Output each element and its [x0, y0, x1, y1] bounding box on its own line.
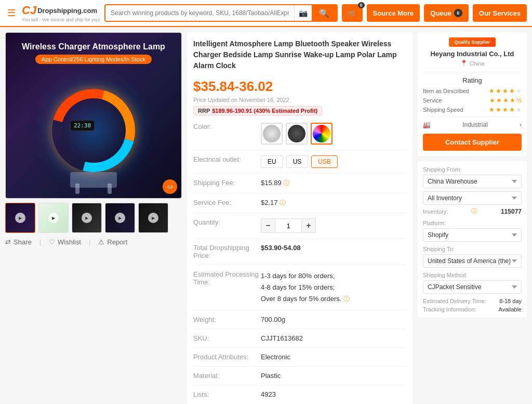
report-label: Report [107, 238, 127, 246]
lamp-illustration: 22:38 [42, 84, 145, 188]
svc-star-2: ★ [496, 97, 502, 104]
wishlist-button[interactable]: ♡ Wishlist [49, 238, 81, 246]
color-swatch-silver[interactable] [261, 123, 283, 145]
shipping-fee-row: Shipping Fee: $15.89 ⓘ [193, 179, 406, 193]
star-2: ★ [496, 87, 501, 95]
lamp-legs [75, 184, 112, 194]
supplier-card: Quality Supplier Heyang Industrial Co., … [418, 32, 527, 156]
quantity-row: Quantity: − + [193, 218, 406, 239]
cart-button[interactable]: 🛒 0 [342, 4, 363, 22]
rating-label-item-described: Item as Described [423, 88, 470, 94]
lists-value: 4923 [261, 390, 406, 398]
delivery-time-label: Estimated Delivery Time: [423, 298, 486, 304]
thumbnail-2[interactable]: ▶ [38, 203, 69, 233]
product-title: Intelligent Atmosphere Lamp Bluetooth Sp… [193, 38, 406, 71]
thumbnail-5[interactable]: ▶ [138, 203, 168, 233]
lamp-leg-right [108, 184, 112, 194]
separator-2: | [89, 238, 90, 246]
logo-drop: Dropshipping.com [37, 7, 97, 15]
swatch-silver-circle [263, 125, 281, 142]
quantity-decrease-button[interactable]: − [261, 218, 275, 233]
rating-row-item-described: Item as Described ★ ★ ★ ★ ★ [423, 87, 522, 95]
shipping-to-select[interactable]: United States of America (the) [423, 254, 522, 268]
delivery-time-row: Estimated Delivery Time: 8-18 day [423, 298, 522, 304]
shipping-method-select[interactable]: CJPacket Sensitive [423, 280, 522, 294]
supplier-name: Heyang Industrial Co., Ltd [423, 50, 522, 58]
camera-search-button[interactable]: 📷 [294, 5, 312, 21]
outlet-us[interactable]: US [286, 155, 309, 168]
quantity-controls: − + [261, 218, 406, 233]
play-icon-1: ▶ [15, 213, 25, 223]
source-more-button[interactable]: Source More [367, 4, 420, 22]
shipping-from-label: Shipping From: [423, 166, 522, 173]
service-fee-row: Service Fee: $2.17 ⓘ [193, 199, 406, 213]
processing-info-icon[interactable]: ⓘ [343, 295, 350, 303]
rrp-value: $189.96-190.91 (430% Estimated Profit) [212, 108, 317, 114]
product-detail: Intelligent Atmosphere Lamp Bluetooth Sp… [187, 32, 413, 404]
thumbnail-1[interactable]: ▶ [5, 203, 35, 233]
sku-row: SKU: CJJT1613682 [193, 334, 406, 348]
total-label: Total Dropshipping Price: [193, 244, 261, 259]
service-fee-info-icon[interactable]: ⓘ [280, 199, 286, 206]
inventory-info-icon[interactable]: ⓘ [471, 207, 477, 216]
svc-star-1: ★ [489, 97, 495, 104]
outlet-eu[interactable]: EU [261, 155, 283, 168]
attributes-row: Product Attributes: Electronic [193, 353, 406, 367]
stars-shipping: ★ ★ ★ ★ ★ [489, 106, 522, 113]
inventory-value: 115077 [501, 208, 522, 215]
material-value: Plastic [261, 372, 406, 380]
star-3: ★ [502, 87, 508, 95]
inventory-label: Inventory: [423, 208, 448, 215]
inventory-type-select[interactable]: All Inventory [423, 191, 522, 205]
quantity-input[interactable] [275, 218, 301, 233]
share-button[interactable]: ⇄ Share [5, 238, 32, 246]
our-services-button[interactable]: Our Services [473, 4, 527, 22]
menu-icon[interactable]: ☰ [5, 5, 18, 21]
color-swatch-dark[interactable] [286, 123, 308, 145]
svc-star-4: ★ [510, 97, 515, 104]
svc-star-3: ★ [503, 97, 509, 104]
thumbnail-4[interactable]: ▶ [105, 203, 135, 233]
color-value [261, 123, 406, 145]
report-button[interactable]: ⚠ Report [98, 238, 127, 246]
shp-star-3: ★ [502, 106, 508, 113]
contact-supplier-button[interactable]: Contact Supplier [423, 134, 522, 151]
lamp-leg-left [75, 184, 79, 194]
weight-value: 700.00g [261, 316, 406, 323]
play-icon-2: ▶ [48, 213, 59, 223]
attributes-label: Product Attributes: [193, 353, 261, 361]
industry-tag[interactable]: 🏭 Industrial › [423, 116, 522, 128]
quantity-label: Quantity: [193, 218, 261, 226]
color-swatch-rainbow[interactable] [311, 123, 332, 145]
location-text: China [470, 60, 485, 67]
queue-button[interactable]: Queue 0 [424, 4, 468, 22]
search-input[interactable] [105, 5, 294, 21]
weight-label: Weight: [193, 316, 261, 323]
shipping-from-select[interactable]: China Warehouse [423, 175, 522, 188]
main-content: Wireless Charger Atmosphere Lamp App Con… [0, 27, 532, 404]
swatch-rainbow-circle [313, 125, 330, 142]
shipping-fee-amount: $15.89 [261, 179, 282, 187]
color-label: Color: [193, 123, 261, 131]
logo-tagline: You sell - We source and ship for you! [22, 17, 100, 22]
processing-line-1: 1-3 days for 80% orders; [261, 270, 406, 282]
quantity-value: − + [261, 218, 406, 233]
processing-line-3: Over 8 days for 5% orders. ⓘ [261, 293, 406, 305]
processing-label: Estimated Processing Time: [193, 270, 261, 286]
electrical-label: Electrical outlet: [193, 155, 261, 163]
shipping-to-label: Shipping To: [423, 246, 522, 252]
shipping-fee-label: Shipping Fee: [193, 179, 261, 187]
outlet-usb[interactable]: USB [311, 155, 338, 168]
material-row: Material: Plastic [193, 372, 406, 385]
electrical-row: Electrical outlet: EU US USB [193, 155, 406, 174]
product-image-badge: App Control/256 Lighting Modes/In Stock [35, 55, 152, 64]
rrp-label: RRP [198, 108, 210, 114]
star-4: ★ [509, 87, 515, 95]
sku-label: SKU: [193, 334, 261, 342]
shipping-fee-info-icon[interactable]: ⓘ [283, 179, 289, 187]
search-button[interactable]: 🔍 [312, 5, 337, 21]
quantity-increase-button[interactable]: + [301, 218, 316, 233]
weight-row: Weight: 700.00g [193, 316, 406, 329]
platform-select[interactable]: Shopify [423, 228, 522, 242]
thumbnail-3[interactable]: ▶ [72, 203, 102, 233]
